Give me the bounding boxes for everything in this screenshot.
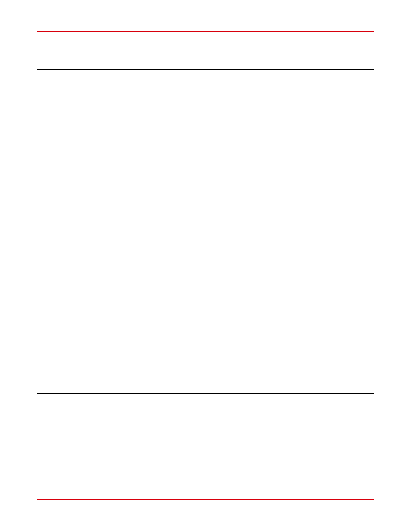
content-box-2 (37, 393, 374, 427)
bottom-horizontal-rule (37, 499, 374, 500)
top-horizontal-rule (37, 31, 374, 32)
content-box-1 (37, 69, 374, 139)
